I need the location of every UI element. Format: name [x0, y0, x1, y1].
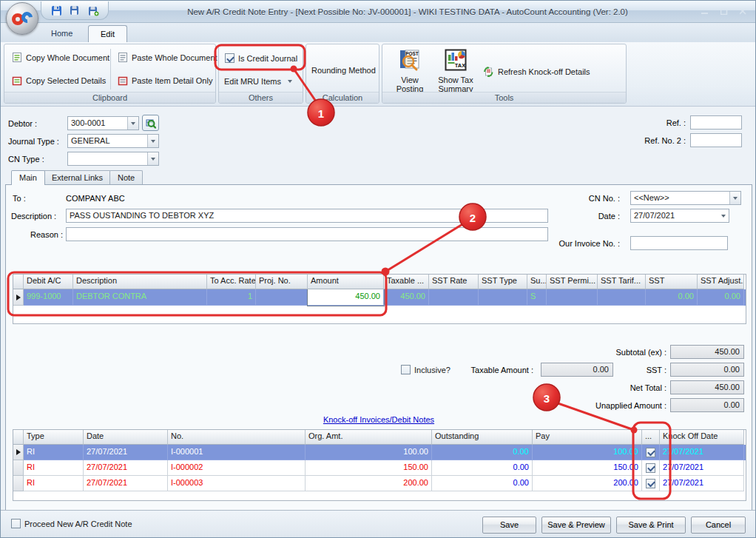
- debtor-combo[interactable]: 300-0001: [67, 116, 139, 130]
- cell-outstanding[interactable]: 0.00: [432, 445, 533, 460]
- col-sst-tariff[interactable]: SST Tarif...: [598, 275, 646, 289]
- reason-input[interactable]: [66, 227, 548, 241]
- cell-outstanding[interactable]: 0.00: [432, 460, 533, 476]
- save-draft-icon[interactable]: [68, 4, 81, 17]
- col-type[interactable]: Type: [24, 430, 84, 445]
- cell-type[interactable]: RI: [24, 476, 84, 491]
- journal-type-combo[interactable]: GENERAL: [67, 134, 159, 148]
- cell-sst-tariff[interactable]: [598, 289, 646, 306]
- col-org-amt[interactable]: Org. Amt.: [306, 430, 432, 445]
- knockoff-invoices-link[interactable]: Knock-off Invoices/Debit Notes: [5, 415, 752, 424]
- knockoff-row[interactable]: RI 27/07/2021 I-000003 200.00 0.00 200.0…: [13, 476, 746, 491]
- col-sst-adjust[interactable]: SST Adjust...: [698, 275, 744, 289]
- copy-selected-details-button[interactable]: Copy Selected Details: [9, 73, 109, 87]
- cell-type[interactable]: RI: [24, 460, 84, 476]
- col-sst-type[interactable]: SST Type: [479, 275, 527, 289]
- rounding-method-button[interactable]: Rounding Method: [308, 64, 390, 76]
- col-su[interactable]: Su...: [527, 275, 547, 289]
- col-debit-ac[interactable]: Debit A/C: [24, 275, 73, 289]
- show-tax-summary-button[interactable]: TAX Show Tax Summary: [434, 47, 477, 95]
- our-invoice-no-input[interactable]: [630, 236, 728, 250]
- col-knockoff-check[interactable]: ...: [642, 430, 660, 445]
- refresh-knockoff-details-button[interactable]: Refresh Knock-off Details: [479, 64, 593, 79]
- cell-sst-type[interactable]: [479, 289, 527, 306]
- knockoff-row[interactable]: RI 27/07/2021 I-000001 100.00 0.00 100.0…: [13, 445, 746, 460]
- edit-mru-items-button[interactable]: Edit MRU Items: [221, 75, 295, 87]
- col-taxable[interactable]: Taxable ...: [384, 275, 429, 289]
- cn-type-combo[interactable]: [67, 152, 159, 166]
- cn-type-dropdown-button[interactable]: [147, 152, 158, 165]
- knockoff-checkbox[interactable]: [646, 479, 655, 488]
- cell-proj-no[interactable]: [256, 289, 308, 306]
- save-icon[interactable]: [50, 4, 63, 17]
- cell-org-amt[interactable]: 200.00: [306, 476, 432, 491]
- date-dropdown-button[interactable]: [718, 209, 729, 222]
- col-no[interactable]: No.: [168, 430, 306, 445]
- ribbon-tab-edit[interactable]: Edit: [88, 25, 127, 42]
- col-sst[interactable]: SST: [646, 275, 698, 289]
- knockoff-check-cell[interactable]: [642, 445, 660, 460]
- knockoff-row[interactable]: RI 27/07/2021 I-000002 150.00 0.00 150.0…: [13, 460, 746, 476]
- ref-no-2-input[interactable]: [690, 133, 742, 147]
- cell-debit-ac[interactable]: 999-1000: [24, 289, 73, 306]
- cell-org-amt[interactable]: 150.00: [306, 460, 432, 476]
- debtor-dropdown-button[interactable]: [127, 117, 138, 130]
- inclusive-checkbox[interactable]: Inclusive?: [401, 365, 450, 374]
- cell-type[interactable]: RI: [24, 445, 84, 460]
- is-credit-journal-checkbox[interactable]: Is Credit Journal: [225, 53, 297, 63]
- col-amount[interactable]: Amount: [308, 275, 384, 289]
- ref-input[interactable]: [690, 115, 742, 130]
- knockoff-check-cell[interactable]: [642, 476, 660, 491]
- knockoff-checkbox[interactable]: [646, 448, 655, 457]
- cell-knock-off-date[interactable]: 27/07/2021: [660, 445, 744, 460]
- col-description[interactable]: Description: [73, 275, 207, 289]
- cell-date[interactable]: 27/07/2021: [84, 460, 168, 476]
- cell-su[interactable]: S: [527, 289, 547, 306]
- cell-knock-off-date[interactable]: 27/07/2021: [660, 460, 744, 476]
- copy-whole-document-button[interactable]: Copy Whole Document: [9, 50, 112, 64]
- cell-pay[interactable]: 200.00: [533, 476, 642, 491]
- col-sst-rate[interactable]: SST Rate: [429, 275, 479, 289]
- col-knock-off-date[interactable]: Knock Off Date: [660, 430, 744, 445]
- cell-to-acc-rate[interactable]: 1: [207, 289, 256, 306]
- proceed-new-credit-note-checkbox[interactable]: Proceed New A/R Credit Note: [11, 519, 132, 528]
- ribbon-tab-home[interactable]: Home: [39, 25, 84, 42]
- col-pay[interactable]: Pay: [533, 430, 642, 445]
- save-as-new-icon[interactable]: [87, 4, 100, 17]
- knockoff-checkbox[interactable]: [646, 463, 655, 473]
- cell-knock-off-date[interactable]: 27/07/2021: [660, 476, 744, 491]
- tab-note[interactable]: Note: [109, 170, 143, 184]
- save-and-print-button[interactable]: Save & Print: [616, 517, 686, 534]
- tab-external-links[interactable]: External Links: [44, 170, 111, 184]
- detail-grid-row[interactable]: 999-1000 DEBTOR CONTRA 1 450.00 450.00 S…: [13, 289, 746, 306]
- maximize-button[interactable]: [718, 6, 730, 16]
- cell-date[interactable]: 27/07/2021: [84, 476, 168, 491]
- cell-pay[interactable]: 150.00: [533, 460, 642, 476]
- col-outstanding[interactable]: Outstanding: [432, 430, 533, 445]
- cell-date[interactable]: 27/07/2021: [84, 445, 168, 460]
- cell-sst[interactable]: 0.00: [646, 289, 698, 306]
- save-button[interactable]: Save: [482, 517, 536, 534]
- cell-sst-rate[interactable]: [429, 289, 479, 306]
- debtor-search-button[interactable]: [142, 115, 159, 131]
- cell-no[interactable]: I-000002: [168, 460, 306, 476]
- minimize-button[interactable]: [699, 6, 711, 16]
- cell-org-amt[interactable]: 100.00: [306, 445, 432, 460]
- cell-outstanding[interactable]: 0.00: [432, 476, 533, 491]
- col-date[interactable]: Date: [84, 430, 168, 445]
- cell-description[interactable]: DEBTOR CONTRA: [73, 289, 207, 306]
- col-to-acc-rate[interactable]: To Acc. Rate: [207, 275, 256, 289]
- paste-whole-document-button[interactable]: Paste Whole Document: [115, 50, 220, 64]
- journal-type-dropdown-button[interactable]: [147, 135, 158, 147]
- date-picker[interactable]: 27/07/2021: [630, 209, 729, 223]
- close-button[interactable]: [738, 6, 749, 16]
- cell-sst-permit[interactable]: [547, 289, 598, 306]
- cell-amount-editor[interactable]: 450.00: [308, 289, 384, 306]
- paste-item-detail-only-button[interactable]: Paste Item Detail Only: [115, 73, 215, 87]
- description-input[interactable]: PASS OUSTANDING TO DEBTOR XYZ: [66, 209, 548, 223]
- cancel-button[interactable]: Cancel: [691, 517, 746, 534]
- cell-sst-adjustment[interactable]: 0.00: [698, 289, 744, 306]
- save-and-preview-button[interactable]: Save & Preview: [541, 517, 611, 534]
- cell-no[interactable]: I-000001: [168, 445, 306, 460]
- cell-taxable[interactable]: 450.00: [384, 289, 429, 306]
